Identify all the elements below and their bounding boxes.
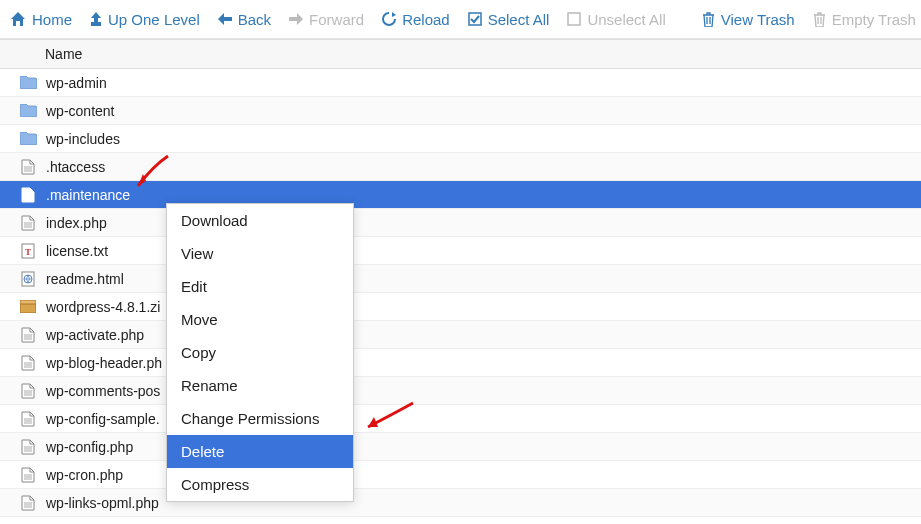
- folder-icon: [18, 76, 38, 89]
- file-name: wp-blog-header.ph: [46, 355, 162, 371]
- file-icon: [18, 327, 38, 343]
- forward-button[interactable]: Forward: [289, 11, 364, 28]
- up-icon: [90, 12, 102, 26]
- context-menu-item-view[interactable]: View: [167, 237, 353, 270]
- file-name: wp-activate.php: [46, 327, 144, 343]
- context-menu-item-download[interactable]: Download: [167, 204, 353, 237]
- table-header: Name: [0, 39, 921, 69]
- reload-icon: [382, 12, 396, 26]
- home-button[interactable]: Home: [10, 11, 72, 28]
- table-row[interactable]: wp-cron.php: [0, 461, 921, 489]
- context-menu-item-edit[interactable]: Edit: [167, 270, 353, 303]
- context-menu-item-compress[interactable]: Compress: [167, 468, 353, 501]
- table-row[interactable]: wp-activate.php: [0, 321, 921, 349]
- file-icon: [18, 495, 38, 511]
- select-all-label: Select All: [488, 11, 550, 28]
- svg-rect-16: [20, 300, 36, 304]
- file-name: .htaccess: [46, 159, 105, 175]
- context-menu-item-rename[interactable]: Rename: [167, 369, 353, 402]
- svg-rect-1: [568, 13, 580, 25]
- up-label: Up One Level: [108, 11, 200, 28]
- back-icon: [218, 13, 232, 25]
- html-icon: [18, 271, 38, 287]
- unselect-all-icon: [567, 12, 581, 26]
- file-name: wp-config-sample.: [46, 411, 160, 427]
- forward-label: Forward: [309, 11, 364, 28]
- context-menu-item-delete[interactable]: Delete: [167, 435, 353, 468]
- file-icon: [18, 411, 38, 427]
- file-name: wp-links-opml.php: [46, 495, 159, 511]
- empty-trash-button[interactable]: Empty Trash: [813, 11, 916, 28]
- back-button[interactable]: Back: [218, 11, 271, 28]
- file-icon: [18, 383, 38, 399]
- view-trash-button[interactable]: View Trash: [702, 11, 795, 28]
- table-row[interactable]: .htaccess: [0, 153, 921, 181]
- table-row[interactable]: Tlicense.txt: [0, 237, 921, 265]
- back-label: Back: [238, 11, 271, 28]
- file-icon: [18, 439, 38, 455]
- empty-trash-label: Empty Trash: [832, 11, 916, 28]
- folder-icon: [18, 132, 38, 145]
- svg-text:T: T: [25, 247, 31, 257]
- file-name: wordpress-4.8.1.zi: [46, 299, 160, 315]
- table-row[interactable]: wp-includes: [0, 125, 921, 153]
- zip-icon: [18, 300, 38, 313]
- file-name: wp-cron.php: [46, 467, 123, 483]
- file-name: .maintenance: [46, 187, 130, 203]
- table-row[interactable]: wp-config.php: [0, 433, 921, 461]
- toolbar: Home Up One Level Back Forward Reload Se…: [0, 0, 921, 39]
- file-icon: [18, 215, 38, 231]
- file-name: wp-admin: [46, 75, 107, 91]
- file-name: wp-comments-pos: [46, 383, 160, 399]
- svg-rect-0: [469, 13, 481, 25]
- file-icon: [18, 159, 38, 175]
- table-row[interactable]: wp-admin: [0, 69, 921, 97]
- table-row[interactable]: wp-content: [0, 97, 921, 125]
- context-menu: DownloadViewEditMoveCopyRenameChange Per…: [166, 203, 354, 502]
- trash-icon: [813, 12, 826, 27]
- context-menu-item-copy[interactable]: Copy: [167, 336, 353, 369]
- file-name: readme.html: [46, 271, 124, 287]
- context-menu-item-change-permissions[interactable]: Change Permissions: [167, 402, 353, 435]
- file-name: wp-config.php: [46, 439, 133, 455]
- context-menu-item-move[interactable]: Move: [167, 303, 353, 336]
- file-list: wp-adminwp-contentwp-includes.htaccess.m…: [0, 69, 921, 517]
- txt-icon: T: [18, 243, 38, 259]
- file-name: index.php: [46, 215, 107, 231]
- file-icon: [18, 187, 38, 203]
- column-name[interactable]: Name: [45, 46, 82, 62]
- table-row[interactable]: index.php: [0, 209, 921, 237]
- unselect-all-button[interactable]: Unselect All: [567, 11, 665, 28]
- table-row[interactable]: wp-blog-header.ph: [0, 349, 921, 377]
- home-icon: [10, 12, 26, 26]
- reload-label: Reload: [402, 11, 450, 28]
- file-name: wp-includes: [46, 131, 120, 147]
- table-row[interactable]: wp-comments-pos: [0, 377, 921, 405]
- select-all-button[interactable]: Select All: [468, 11, 550, 28]
- table-row[interactable]: readme.html: [0, 265, 921, 293]
- forward-icon: [289, 13, 303, 25]
- view-trash-label: View Trash: [721, 11, 795, 28]
- folder-icon: [18, 104, 38, 117]
- file-icon: [18, 467, 38, 483]
- table-row[interactable]: wp-links-opml.php: [0, 489, 921, 517]
- file-name: wp-content: [46, 103, 114, 119]
- trash-icon: [702, 12, 715, 27]
- table-row[interactable]: .maintenance: [0, 181, 921, 209]
- unselect-all-label: Unselect All: [587, 11, 665, 28]
- file-name: license.txt: [46, 243, 108, 259]
- file-icon: [18, 355, 38, 371]
- up-one-level-button[interactable]: Up One Level: [90, 11, 200, 28]
- reload-button[interactable]: Reload: [382, 11, 450, 28]
- select-all-icon: [468, 12, 482, 26]
- table-row[interactable]: wp-config-sample.: [0, 405, 921, 433]
- home-label: Home: [32, 11, 72, 28]
- table-row[interactable]: wordpress-4.8.1.zi: [0, 293, 921, 321]
